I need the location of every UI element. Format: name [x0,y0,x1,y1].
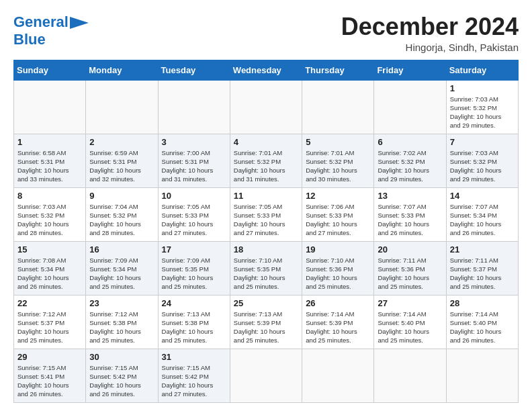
day-number: 1 [450,83,515,93]
day-number: 11 [234,191,298,201]
header-row: Sunday Monday Tuesday Wednesday Thursday… [14,60,519,80]
col-saturday: Saturday [446,60,518,80]
table-row [86,80,158,134]
day-info: Sunrise: 7:06 AM Sunset: 5:33 PM Dayligh… [306,202,370,238]
table-row: 15Sunrise: 7:08 AM Sunset: 5:34 PM Dayli… [14,241,86,295]
day-info: Sunrise: 6:58 AM Sunset: 5:31 PM Dayligh… [17,148,82,184]
table-row [374,80,446,134]
day-number: 7 [450,137,515,147]
day-info: Sunrise: 7:03 AM Sunset: 5:32 PM Dayligh… [450,95,515,130]
day-info: Sunrise: 7:03 AM Sunset: 5:32 PM Dayligh… [17,202,82,238]
day-info: Sunrise: 7:09 AM Sunset: 5:34 PM Dayligh… [89,256,154,291]
day-number: 22 [17,298,82,308]
day-number: 31 [162,352,226,362]
day-number: 3 [162,137,226,147]
table-row: 16Sunrise: 7:09 AM Sunset: 5:34 PM Dayli… [86,241,158,295]
day-number: 2 [89,137,154,147]
day-info: Sunrise: 7:11 AM Sunset: 5:37 PM Dayligh… [450,256,515,291]
table-row [302,80,374,134]
table-row: 31Sunrise: 7:15 AM Sunset: 5:42 PM Dayli… [158,349,230,402]
day-number: 30 [89,352,154,362]
day-number: 25 [234,298,298,308]
day-info: Sunrise: 7:10 AM Sunset: 5:36 PM Dayligh… [306,256,370,291]
calendar-row: 1Sunrise: 6:58 AM Sunset: 5:31 PM Daylig… [14,134,519,187]
table-row: 20Sunrise: 7:11 AM Sunset: 5:36 PM Dayli… [374,241,446,295]
logo-general: General [13,13,69,30]
day-number: 18 [234,244,298,255]
location-text: Hingorja, Sindh, Pakistan [341,42,519,53]
table-row: 28Sunrise: 7:14 AM Sunset: 5:40 PM Dayli… [446,295,518,349]
day-info: Sunrise: 7:15 AM Sunset: 5:42 PM Dayligh… [89,363,154,399]
table-row: 1Sunrise: 7:03 AM Sunset: 5:32 PM Daylig… [446,80,518,134]
day-number: 14 [450,191,515,201]
table-row: 2Sunrise: 6:59 AM Sunset: 5:31 PM Daylig… [86,134,158,187]
day-info: Sunrise: 7:14 AM Sunset: 5:39 PM Dayligh… [306,310,370,345]
day-info: Sunrise: 7:03 AM Sunset: 5:32 PM Dayligh… [450,148,515,184]
col-friday: Friday [374,60,446,80]
day-number: 4 [234,137,298,147]
day-number: 6 [378,137,442,147]
col-monday: Monday [86,60,158,80]
day-info: Sunrise: 7:14 AM Sunset: 5:40 PM Dayligh… [378,310,442,345]
calendar-table: Sunday Monday Tuesday Wednesday Thursday… [13,60,519,403]
col-tuesday: Tuesday [158,60,230,80]
table-row: 18Sunrise: 7:10 AM Sunset: 5:35 PM Dayli… [230,241,302,295]
day-number: 5 [306,137,370,147]
day-info: Sunrise: 7:08 AM Sunset: 5:34 PM Dayligh… [17,256,82,291]
day-number: 27 [378,298,442,308]
day-info: Sunrise: 7:00 AM Sunset: 5:31 PM Dayligh… [162,148,226,184]
day-info: Sunrise: 7:13 AM Sunset: 5:39 PM Dayligh… [234,310,298,345]
calendar-row: 29Sunrise: 7:15 AM Sunset: 5:41 PM Dayli… [14,349,519,402]
day-info: Sunrise: 7:01 AM Sunset: 5:32 PM Dayligh… [234,148,298,184]
title-section: December 2024 Hingorja, Sindh, Pakistan [341,13,519,53]
day-number: 16 [89,244,154,255]
table-row: 13Sunrise: 7:07 AM Sunset: 5:33 PM Dayli… [374,187,446,241]
day-info: Sunrise: 7:10 AM Sunset: 5:35 PM Dayligh… [234,256,298,291]
table-row: 14Sunrise: 7:07 AM Sunset: 5:34 PM Dayli… [446,187,518,241]
day-number: 13 [378,191,442,201]
day-number: 29 [17,352,82,362]
day-info: Sunrise: 7:14 AM Sunset: 5:40 PM Dayligh… [450,310,515,345]
day-info: Sunrise: 7:09 AM Sunset: 5:35 PM Dayligh… [162,256,226,291]
calendar-row: 8Sunrise: 7:03 AM Sunset: 5:32 PM Daylig… [14,187,519,241]
logo-arrow-icon [70,17,89,29]
calendar-row: 15Sunrise: 7:08 AM Sunset: 5:34 PM Dayli… [14,241,519,295]
table-row: 1Sunrise: 6:58 AM Sunset: 5:31 PM Daylig… [14,134,86,187]
table-row: 26Sunrise: 7:14 AM Sunset: 5:39 PM Dayli… [302,295,374,349]
col-thursday: Thursday [302,60,374,80]
table-row: 11Sunrise: 7:05 AM Sunset: 5:33 PM Dayli… [230,187,302,241]
table-row: 10Sunrise: 7:05 AM Sunset: 5:33 PM Dayli… [158,187,230,241]
day-info: Sunrise: 7:04 AM Sunset: 5:32 PM Dayligh… [89,202,154,238]
day-number: 26 [306,298,370,308]
calendar-row: 1Sunrise: 7:03 AM Sunset: 5:32 PM Daylig… [14,80,519,134]
table-row: 3Sunrise: 7:00 AM Sunset: 5:31 PM Daylig… [158,134,230,187]
table-row: 21Sunrise: 7:11 AM Sunset: 5:37 PM Dayli… [446,241,518,295]
day-info: Sunrise: 7:11 AM Sunset: 5:36 PM Dayligh… [378,256,442,291]
day-number: 19 [306,244,370,255]
day-number: 23 [89,298,154,308]
table-row: 19Sunrise: 7:10 AM Sunset: 5:36 PM Dayli… [302,241,374,295]
day-number: 10 [162,191,226,201]
col-wednesday: Wednesday [230,60,302,80]
table-row [230,349,302,402]
table-row: 17Sunrise: 7:09 AM Sunset: 5:35 PM Dayli… [158,241,230,295]
day-info: Sunrise: 7:13 AM Sunset: 5:38 PM Dayligh… [162,310,226,345]
table-row: 25Sunrise: 7:13 AM Sunset: 5:39 PM Dayli… [230,295,302,349]
day-number: 12 [306,191,370,201]
col-sunday: Sunday [14,60,86,80]
table-row: 27Sunrise: 7:14 AM Sunset: 5:40 PM Dayli… [374,295,446,349]
table-row: 12Sunrise: 7:06 AM Sunset: 5:33 PM Dayli… [302,187,374,241]
table-row [158,80,230,134]
table-row [14,80,86,134]
table-row: 8Sunrise: 7:03 AM Sunset: 5:32 PM Daylig… [14,187,86,241]
table-row: 30Sunrise: 7:15 AM Sunset: 5:42 PM Dayli… [86,349,158,402]
table-row: 29Sunrise: 7:15 AM Sunset: 5:41 PM Dayli… [14,349,86,402]
day-number: 21 [450,244,515,255]
day-info: Sunrise: 7:07 AM Sunset: 5:33 PM Dayligh… [378,202,442,238]
day-info: Sunrise: 7:15 AM Sunset: 5:41 PM Dayligh… [17,363,82,399]
day-info: Sunrise: 7:05 AM Sunset: 5:33 PM Dayligh… [162,202,226,238]
table-row: 5Sunrise: 7:01 AM Sunset: 5:32 PM Daylig… [302,134,374,187]
table-row: 6Sunrise: 7:02 AM Sunset: 5:32 PM Daylig… [374,134,446,187]
logo-text: General [13,13,69,31]
table-row: 24Sunrise: 7:13 AM Sunset: 5:38 PM Dayli… [158,295,230,349]
